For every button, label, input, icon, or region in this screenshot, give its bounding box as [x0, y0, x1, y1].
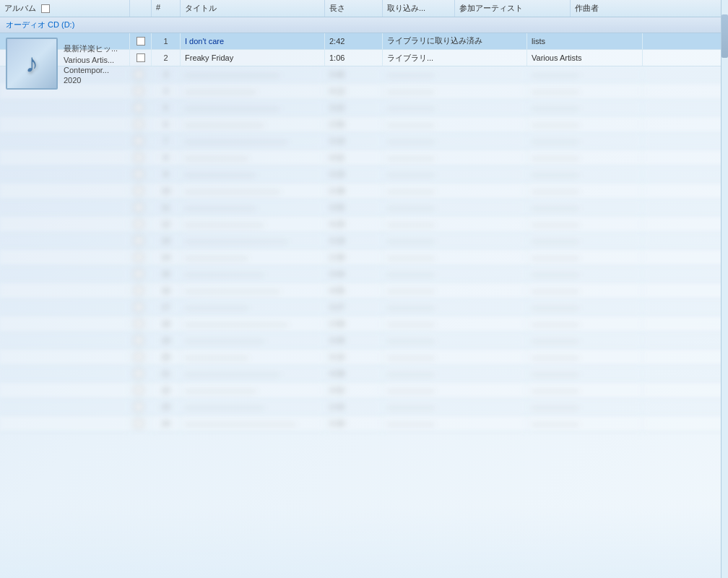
cell-album-2: [0, 50, 130, 66]
fade-overlay: [0, 506, 721, 578]
cell-dur-b: 3:45: [325, 66, 383, 82]
table-row: 6 —————————— 2:55 —————— ——————: [0, 116, 728, 133]
cell-composer-2: [643, 50, 728, 66]
cell-duration-2: 1:06: [325, 50, 383, 66]
table-row: 15 —————————— 3:44 —————— ——————: [0, 266, 728, 282]
cell-number-1: 1: [152, 33, 181, 49]
table-row: 4 ————————— 4:12 —————— ——————: [0, 83, 728, 100]
cell-status-1: ライブラリに取り込み済み: [383, 33, 527, 49]
table-row: 3 ———————————— 3:45 —————— ——————: [0, 66, 728, 83]
table-row: 13 ————————————— 3:18 —————— ——————: [0, 233, 728, 249]
column-headers: アルバム # タイトル 長さ 取り込み... 参加アーティスト 作曲者: [0, 0, 728, 17]
table-row: 5 ———————————— 3:22 —————— ——————: [0, 100, 728, 116]
cell-checkbox-2[interactable]: [130, 50, 152, 66]
table-container: オーディオ CD (D:) ♪ 最新洋楽ヒッ... Various Artis.…: [0, 17, 728, 578]
cell-title-1[interactable]: I don't care: [181, 33, 325, 49]
cell-album-1: [0, 33, 130, 49]
col-featured-artist[interactable]: 参加アーティスト: [455, 0, 571, 17]
table-row: 8 ———————— 4:01 —————— ——————: [0, 150, 728, 166]
cell-composer-1: [643, 33, 728, 49]
track-checkbox-2[interactable]: [136, 53, 145, 62]
table-row: 18 ————————————— 2:58 —————— ——————: [0, 316, 728, 332]
cell-stat-b: ——————: [383, 66, 527, 82]
table-row: 24 —————————————— 3:30 —————— ——————: [0, 415, 728, 432]
table-row: 9 ————————— 3:33 —————— ——————: [0, 166, 728, 183]
table-row: 16 ———————————— 4:05 —————— ——————: [0, 282, 728, 299]
cell-num-b: 3: [152, 66, 181, 82]
track-checkbox-1[interactable]: [136, 37, 145, 46]
header-checkbox[interactable]: [41, 4, 50, 13]
main-container: アルバム # タイトル 長さ 取り込み... 参加アーティスト 作曲者 オーディ…: [0, 0, 728, 578]
table-row: 19 —————————— 3:40 —————— ——————: [0, 332, 728, 349]
table-row: 7 ————————————— 3:10 —————— ——————: [0, 133, 728, 150]
cell-artist-1: lists: [527, 33, 643, 49]
cell-cb-b: [130, 66, 152, 82]
col-album[interactable]: アルバム: [0, 0, 130, 17]
blurred-rows: 3 ———————————— 3:45 —————— —————— 4 ————…: [0, 66, 728, 432]
table-row: 21 ———————————— 4:08 —————— ——————: [0, 366, 728, 382]
rows-container[interactable]: ♪ 最新洋楽ヒッ... Various Artis... Contempor..…: [0, 33, 728, 578]
table-row: 17 ———————— 3:27 —————— ——————: [0, 299, 728, 316]
col-title[interactable]: タイトル: [181, 0, 325, 17]
scrollbar-track[interactable]: [721, 0, 728, 578]
cell-art-b: ——————: [527, 66, 643, 82]
cell-comp-b: [643, 66, 728, 82]
cell-checkbox-1[interactable]: [130, 33, 152, 49]
cell-album-b: [0, 66, 130, 82]
table-row: 12 —————————— 4:20 —————— ——————: [0, 216, 728, 233]
col-import-status[interactable]: 取り込み...: [383, 0, 455, 17]
cell-duration-1: 2:42: [325, 33, 383, 49]
table-row: 23 —————————— 2:42 —————— ——————: [0, 399, 728, 415]
table-row[interactable]: 2 Freaky Friday 1:06 ライブラリ... Various Ar…: [0, 50, 728, 66]
cell-title-b: ————————————: [181, 66, 325, 82]
table-row: 10 ———————————— 2:48 —————— ——————: [0, 183, 728, 199]
scrollbar-thumb[interactable]: [722, 14, 728, 58]
table-row: 22 ————————— 3:52 —————— ——————: [0, 382, 728, 399]
col-composer[interactable]: 作曲者: [571, 0, 686, 17]
col-duration[interactable]: 長さ: [325, 0, 383, 17]
col-checkbox: [130, 0, 152, 17]
table-row: 14 ———————— 2:30 —————— ——————: [0, 249, 728, 266]
cell-artist-2: Various Artists: [527, 50, 643, 66]
table-row[interactable]: 1 I don't care 2:42 ライブラリに取り込み済み lists: [0, 33, 728, 50]
cell-number-2: 2: [152, 50, 181, 66]
table-row: 20 ———————— 3:15 —————— ——————: [0, 349, 728, 366]
col-number[interactable]: #: [152, 0, 181, 17]
drive-label[interactable]: オーディオ CD (D:): [0, 17, 728, 33]
cell-title-2[interactable]: Freaky Friday: [181, 50, 325, 66]
cell-status-2: ライブラリ...: [383, 50, 527, 66]
table-row: 11 ————————— 3:55 —————— ——————: [0, 199, 728, 216]
